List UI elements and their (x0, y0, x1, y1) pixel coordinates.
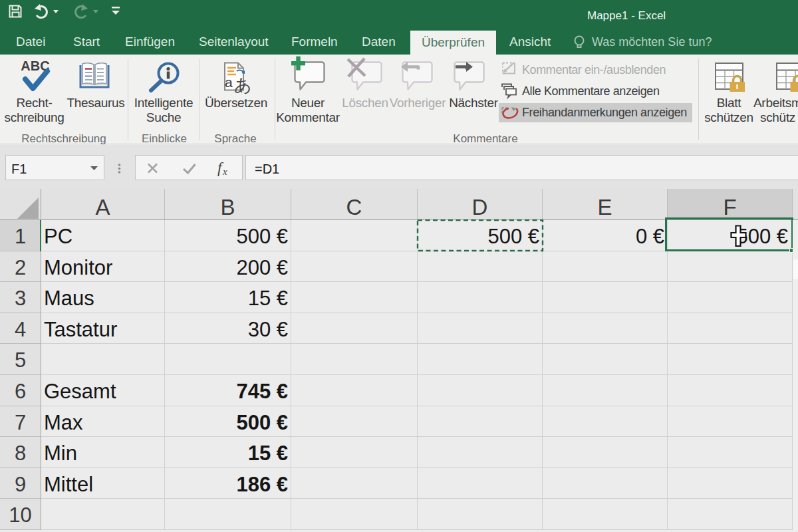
svg-text:あ: あ (234, 75, 252, 95)
svg-text:a: a (225, 74, 233, 90)
svg-text:x: x (222, 166, 227, 177)
